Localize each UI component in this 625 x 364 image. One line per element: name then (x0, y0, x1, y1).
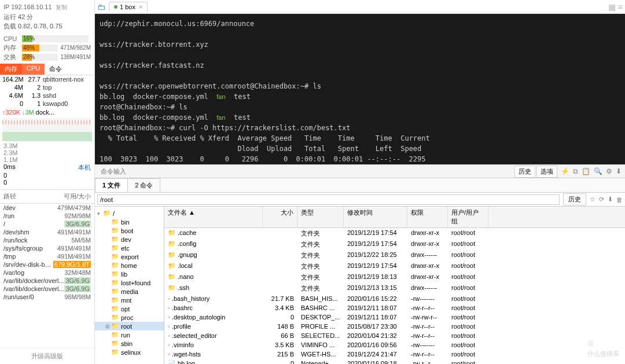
file-row[interactable]: 📁.cache文件夹2019/12/19 17:54drwxr-xr-xroot… (164, 228, 625, 239)
search-icon[interactable]: 🔍 (594, 167, 602, 175)
view-grid-icon[interactable]: ▦ ≡ (608, 2, 623, 12)
tree-item[interactable]: 📁boot (95, 226, 164, 235)
file-row[interactable]: ▫.viminfo3.5 KBVIMINFO ...2020/01/16 09:… (164, 340, 625, 350)
paste-icon[interactable]: 📋 (582, 167, 590, 175)
path-input[interactable] (97, 194, 560, 205)
tree-item[interactable]: 📁lib (95, 270, 164, 278)
file-row[interactable]: ▫.selected_editor66 BSELECTED...2020/01/… (164, 331, 625, 340)
col-owner[interactable]: 用户/用户组 (448, 207, 488, 227)
file-row[interactable]: ▫.wget-hsts215 BWGET-HS...2019/12/24 21:… (164, 350, 625, 359)
tree-item[interactable]: 📁export (95, 252, 164, 261)
col-date[interactable]: 修改时间 (344, 207, 407, 227)
path-row[interactable]: /run/lock5M/5M (0, 236, 94, 244)
folder-tree[interactable]: ▾📁/📁bin📁boot📁dev📁etc📁export📁home📁lib📁los… (95, 207, 164, 364)
latency: 0ms (3, 163, 16, 172)
session-tab[interactable]: 1 box × (109, 2, 148, 12)
path-row[interactable]: /var/lib/docker/overl...3G/6.9G (0, 277, 94, 285)
home-icon[interactable]: 🗀 (97, 2, 105, 12)
tree-item[interactable]: 📁opt (95, 304, 164, 313)
path-row[interactable]: /var/lib/docker/overl...3G/6.9G (0, 285, 94, 293)
options-button[interactable]: 选项 (536, 166, 557, 178)
path-row[interactable]: /sys/fs/cgroup491M/491M (0, 244, 94, 252)
path-row[interactable]: /run/user/098M/98M (0, 293, 94, 301)
host-link[interactable]: 本机 (78, 163, 91, 172)
tab-files[interactable]: 1 文件 (95, 178, 128, 192)
file-row[interactable]: 📁.gnupg文件夹2019/12/22 18:25drwx------root… (164, 250, 625, 261)
tab-command[interactable]: 命令 (45, 64, 67, 75)
process-row[interactable]: 4.6M1.3sshd (0, 91, 94, 100)
file-row[interactable]: 📁.nano文件夹2019/12/19 18:13drwxr-xr-xroot/… (164, 272, 625, 283)
mid-tabs: 1 文件 2 命令 (95, 178, 625, 193)
tree-item[interactable]: 📁proc (95, 313, 164, 322)
file-row[interactable]: ▫.bash_history21.7 KBBASH_HIS...2020/01/… (164, 294, 625, 303)
download-file-icon[interactable]: ⬇ (608, 196, 613, 203)
tab-commands[interactable]: 2 命令 (127, 178, 160, 192)
swap-label: 交换 (3, 53, 20, 61)
bolt-icon[interactable]: ⚡ (561, 167, 569, 175)
sidebar: IP 192.168.10.11复制 运行 42 分 负载 0.82, 0.78… (0, 0, 95, 364)
gear-icon[interactable]: ⚙ (606, 167, 612, 175)
net-iface: dock... (36, 109, 54, 116)
path-row[interactable]: /3G/6.9G (0, 220, 94, 228)
system-info: IP 192.168.10.11复制 运行 42 分 负载 0.82, 0.78… (0, 0, 94, 34)
tree-item[interactable]: ⊞📁root (95, 322, 164, 330)
process-row[interactable]: 01kswapd0 (0, 100, 94, 108)
process-list: 164.2M27.7qbittorrent-nox4M2top4.6M1.3ss… (0, 75, 94, 108)
net-upload: ↑320K (2, 109, 20, 116)
col-size[interactable]: 大小 (263, 207, 297, 227)
path-row[interactable]: /var/log32M/48M (0, 269, 94, 277)
col-type[interactable]: 类型 (297, 207, 344, 227)
file-row[interactable]: 📄bb.log0Notepad+...2020/01/16 09:18-rw-r… (164, 359, 625, 364)
bookmark-icon[interactable]: ☆ (590, 196, 595, 203)
tree-root[interactable]: ▾📁/ (95, 209, 164, 218)
path-row[interactable]: /srv/dev-disk-by-lab...679.9G/1.8T (0, 260, 94, 269)
sidebar-tabs: 内存 CPU 命令 (0, 64, 94, 75)
path-row[interactable]: /run92M/98M (0, 212, 94, 220)
file-row[interactable]: 📁.local文件夹2019/12/19 17:54drwxr-xr-xroot… (164, 261, 625, 272)
trash-icon[interactable]: 🗑 (616, 196, 623, 203)
tree-item[interactable]: 📁etc (95, 244, 164, 252)
uptime: 运行 42 分 (3, 12, 91, 22)
path-row[interactable]: /tmp491M/491M (0, 252, 94, 260)
file-row[interactable]: 📁.ssh文件夹2019/12/13 13:15drwx------root/r… (164, 283, 625, 294)
file-list: 文件名 ▲ 大小 类型 修改时间 权限 用户/用户组 📁.cache文件夹201… (164, 207, 625, 364)
file-row[interactable]: 📁.config文件夹2019/12/19 17:54drwxr-xr-xroo… (164, 239, 625, 250)
tree-item[interactable]: 📁sbin (95, 339, 164, 348)
process-row[interactable]: 164.2M27.7qbittorrent-nox (0, 75, 94, 83)
path-history-button[interactable]: 历史 (563, 193, 586, 205)
terminal[interactable]: udp://zephir.monocul.us:6969/announce ws… (95, 14, 625, 164)
tree-item[interactable]: 📁dev (95, 235, 164, 244)
tree-item[interactable]: 📁mnt (95, 296, 164, 304)
tab-cpu[interactable]: CPU (22, 64, 45, 75)
file-header[interactable]: 文件名 ▲ 大小 类型 修改时间 权限 用户/用户组 (164, 207, 625, 228)
tree-item[interactable]: 📁media (95, 287, 164, 296)
paths-list: /dev479M/479M/run92M/98M/3G/6.9G/dev/shm… (0, 204, 94, 348)
tree-item[interactable]: 📁lost+found (95, 278, 164, 287)
process-row[interactable]: 4M2top (0, 83, 94, 91)
refresh-icon[interactable]: ⟳ (599, 196, 604, 203)
tree-item[interactable]: 📁bin (95, 218, 164, 226)
upgrade-link[interactable]: 升级高级版 (0, 348, 94, 364)
path-row[interactable]: /dev/shm491M/491M (0, 228, 94, 236)
traffic-chart (2, 118, 92, 141)
tree-item[interactable]: 📁selinux (95, 348, 164, 356)
file-row[interactable]: ▫.profile148 BPROFILE ...2015/08/17 23:3… (164, 322, 625, 331)
copy-icon[interactable]: ⧉ (573, 167, 578, 175)
command-input[interactable] (98, 168, 513, 175)
history-button[interactable]: 历史 (514, 166, 535, 178)
load-avg: 负载 0.82, 0.78, 0.75 (3, 21, 91, 31)
tree-item[interactable]: 📁home (95, 261, 164, 270)
ip-address: IP 192.168.10.11 (3, 3, 52, 10)
download-icon[interactable]: ⬇ (616, 167, 622, 175)
copy-button[interactable]: 复制 (56, 4, 67, 10)
swap-bar: 28% (22, 54, 58, 61)
file-row[interactable]: ▫.desktop_autologin0DESKTOP_...2019/12/1… (164, 312, 625, 322)
file-row[interactable]: ▫.bashrc3.4 KBBASHRC ...2019/12/11 18:07… (164, 303, 625, 312)
col-name[interactable]: 文件名 ▲ (164, 207, 263, 227)
col-perm[interactable]: 权限 (407, 207, 448, 227)
close-icon[interactable]: × (139, 3, 142, 10)
tab-memory[interactable]: 内存 (0, 64, 22, 75)
file-manager: ▾📁/📁bin📁boot📁dev📁etc📁export📁home📁lib📁los… (95, 207, 625, 364)
path-row[interactable]: /dev479M/479M (0, 204, 94, 212)
tree-item[interactable]: 📁run (95, 330, 164, 339)
